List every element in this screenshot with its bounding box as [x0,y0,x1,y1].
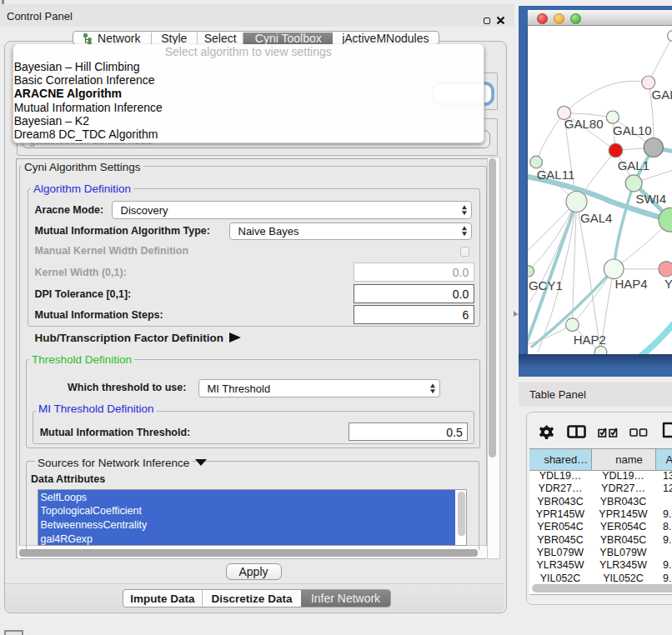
svg-text:GAL1: GAL1 [618,158,649,172]
svg-text:YJ: YJ [664,277,672,291]
svg-text:HAP2: HAP2 [574,332,606,347]
svg-text:SWI4: SWI4 [635,192,666,206]
svg-text:GAL10: GAL10 [613,123,652,138]
svg-text:GAL7: GAL7 [652,88,672,102]
svg-text:HAP4: HAP4 [615,277,648,291]
svg-text:GAL4: GAL4 [580,211,612,225]
svg-text:GAL11: GAL11 [537,168,575,182]
svg-text:GCY1: GCY1 [529,278,563,292]
svg-text:GAL80: GAL80 [564,117,604,131]
